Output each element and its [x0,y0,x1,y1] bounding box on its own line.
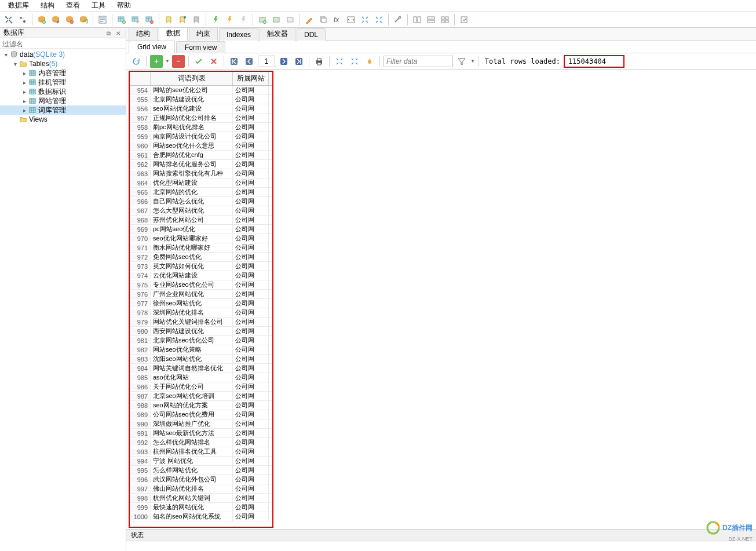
flame-icon[interactable] [363,55,376,68]
insert-row-icon[interactable]: ＋ [150,55,163,68]
table-row[interactable]: 987北京seo网站优化培训公司网 [130,392,272,401]
disconnect-icon[interactable] [16,13,29,26]
settings-icon[interactable] [392,13,404,26]
table-row[interactable]: 954网站的seo优化公司公司网 [130,86,272,95]
cell-site[interactable]: 公司网 [233,290,269,298]
sql-editor-icon[interactable] [96,13,109,26]
insert-dropdown-icon[interactable]: ▼ [165,59,170,64]
fit-width-icon[interactable] [333,55,346,68]
last-page-icon[interactable] [293,55,305,68]
table-row[interactable]: 991网站seo最新优化方法公司网 [130,429,272,438]
table-row[interactable]: 957正规网站优化公司排名公司网 [130,114,272,123]
cell-site[interactable]: 公司网 [233,466,269,475]
table-row[interactable]: 965北京网站的优化公司网 [130,188,272,197]
cell-word[interactable]: 网站关键词自然排名优化 [151,364,233,373]
cell-site[interactable]: 公司网 [233,206,269,215]
tree-item[interactable]: ▸词库管理 [0,105,126,115]
cell-site[interactable]: 公司网 [233,308,269,317]
print-icon[interactable] [313,55,326,68]
page-number-input[interactable] [258,56,275,67]
delete-row-icon[interactable]: － [172,55,185,68]
db-edit-icon[interactable] [49,13,62,26]
cell-word[interactable]: seo网站的优化方案 [151,401,233,410]
tree-item[interactable]: ▸数据标识 [0,87,126,96]
cell-word[interactable]: 网站优化关键词排名公司 [151,318,233,326]
cell-word[interactable]: 怎么大型网站优化 [151,206,233,215]
cell-site[interactable]: 公司网 [233,86,269,94]
cell-word[interactable]: 北京网站建设优化 [151,95,233,104]
cell-site[interactable]: 公司网 [233,271,269,280]
refresh-icon[interactable] [130,55,143,68]
connect-icon[interactable] [2,13,15,26]
sidebar-undock-icon[interactable]: ⧉ [105,30,112,37]
cell-site[interactable]: 公司网 [233,475,269,484]
cell-word[interactable]: 网站seo最新优化方法 [151,429,233,437]
tree-item[interactable]: ▾data (SQLite 3) [0,50,126,59]
filter-name-label[interactable]: 过滤名 [0,38,126,49]
expand-icon[interactable]: ▸ [21,89,28,95]
cell-word[interactable]: 深圳做网站推广优化 [151,419,233,428]
collapse-icon[interactable] [359,13,371,26]
table-row[interactable]: 982网站seo优化策略公司网 [130,345,272,355]
next-page-icon[interactable] [277,55,290,68]
cell-site[interactable]: 公司网 [233,160,269,169]
cell-site[interactable]: 公司网 [233,197,269,206]
menu-structure[interactable]: 结构 [35,0,60,12]
cell-site[interactable]: 公司网 [233,382,269,391]
cell-word[interactable]: 深圳网站优化排名 [151,308,233,317]
table-row[interactable]: 968苏州优化网站公司公司网 [130,216,272,225]
cell-word[interactable]: 合肥网站优化cnfg [151,151,233,159]
cell-site[interactable]: 公司网 [233,225,269,233]
table-row[interactable]: 994宁波 网站优化公司网 [130,457,272,466]
filter-icon[interactable] [455,55,468,68]
cell-word[interactable]: 最快速的网站优化 [151,503,233,512]
table-row[interactable]: 984网站关键词自然排名优化公司网 [130,364,272,373]
cell-site[interactable]: 公司网 [233,114,269,122]
table-add-icon[interactable] [115,13,128,26]
grid-body[interactable]: 954网站的seo优化公司公司网955北京网站建设优化公司网956seo网站优化… [130,86,272,527]
cell-site[interactable]: 公司网 [233,512,269,521]
cell-site[interactable]: 公司网 [233,104,269,113]
filter-dropdown-icon[interactable]: ▼ [470,59,475,64]
menu-tools[interactable]: 工具 [86,0,111,12]
table-row[interactable]: 977徐州seo网站优化公司网 [130,299,272,308]
filter-data-input[interactable] [384,56,453,67]
table-row[interactable]: 996武汉网站优化外包公司公司网 [130,475,272,484]
expand-icon[interactable]: ▾ [2,52,9,58]
table-row[interactable]: 967怎么大型网站优化公司网 [130,206,272,216]
index-add-icon[interactable] [162,13,175,26]
tree-item[interactable]: ▾Tables (5) [0,59,126,68]
table-row[interactable]: 963网站搜索引擎优化有几种公司网 [130,169,272,178]
table-row[interactable]: 961合肥网站优化cnfg公司网 [130,151,272,160]
table-row[interactable]: 981北京网站seo优化公司公司网 [130,336,272,345]
layout1-icon[interactable] [411,13,423,26]
cell-word[interactable]: 云优化网站建设 [151,271,233,280]
table-row[interactable]: 956seo网站优化建设公司网 [130,104,272,114]
cell-word[interactable]: 南京网站设计优化公司 [151,132,233,141]
menu-database[interactable]: 数据库 [2,0,35,12]
cell-word[interactable]: 西安网站建设优化 [151,327,233,335]
trigger-edit-icon[interactable] [223,13,236,26]
export-icon[interactable] [458,13,470,26]
table-row[interactable]: 966自己网站怎么优化公司网 [130,197,272,206]
table-row[interactable]: 990深圳做网站推广优化公司网 [130,419,272,429]
grid-header-col1[interactable]: 词语列表 [151,72,233,85]
trigger-remove-icon[interactable] [237,13,250,26]
cell-word[interactable]: 关于网站优化公司 [151,382,233,391]
cell-word[interactable]: seo网站优化建设 [151,104,233,113]
cell-word[interactable]: seo优化网站哪家好 [151,234,233,243]
cell-site[interactable]: 公司网 [233,178,269,187]
table-row[interactable]: 985aso优化网站公司网 [130,373,272,382]
expand-icon[interactable]: ▸ [21,107,28,114]
cell-site[interactable]: 公司网 [233,447,269,456]
subtab-Form-view[interactable]: Form view [176,41,225,53]
tab-DDL[interactable]: DDL [297,28,326,41]
cell-word[interactable]: 宁波 网站优化 [151,457,233,465]
data-grid[interactable]: 词语列表 所属网站 954网站的seo优化公司公司网955北京网站建设优化公司网… [129,71,273,528]
cell-site[interactable]: 公司网 [233,336,269,345]
cell-site[interactable]: 公司网 [233,494,269,502]
cell-word[interactable]: 刷pc网站优化排名 [151,123,233,132]
cell-word[interactable]: 广州企业网站优化 [151,290,233,298]
table-row[interactable]: 959南京网站设计优化公司公司网 [130,132,272,141]
cell-site[interactable]: 公司网 [233,401,269,410]
